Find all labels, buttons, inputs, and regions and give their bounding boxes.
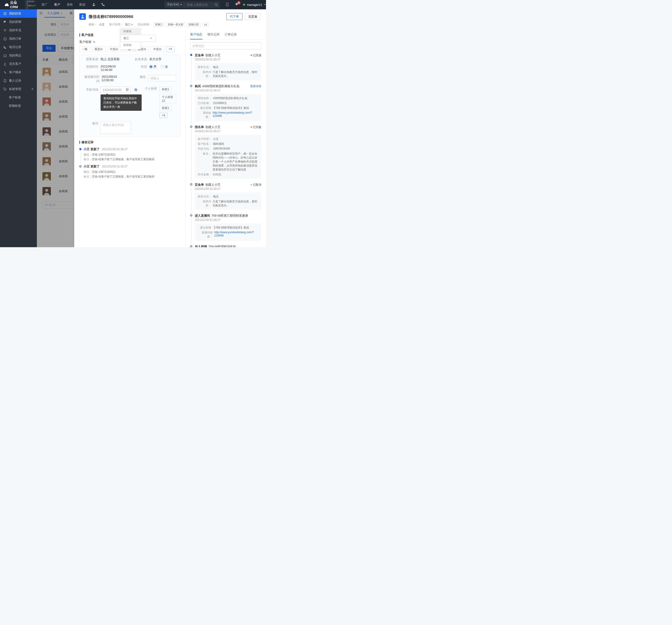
- top-search: 手机号码: [165, 1, 220, 8]
- order-button[interactable]: 代下单: [226, 13, 242, 20]
- side-products[interactable]: 我的商品: [0, 51, 37, 60]
- mobile-icon[interactable]: [225, 3, 229, 7]
- tags-more[interactable]: +4: [166, 46, 174, 52]
- side-tags[interactable]: 标签管理: [0, 85, 37, 93]
- view-detail-link[interactable]: 查看详情: [250, 84, 261, 89]
- side-group-tags[interactable]: 群聊标签: [0, 102, 37, 110]
- svg-rect-9: [4, 79, 6, 82]
- person-icon[interactable]: [92, 3, 96, 7]
- section-mod-log: 修改记录: [79, 140, 180, 144]
- manager-dropdown-menu: 师馨薇 张三✓ 俱保咏: [120, 27, 141, 49]
- copy-icon[interactable]: [134, 88, 138, 92]
- svg-point-4: [227, 5, 227, 6]
- mod-item: 小王 更新了2021/01/30 01:38:27微信：空值-136721828…: [79, 147, 180, 162]
- search-type-select[interactable]: 手机号码: [165, 1, 185, 8]
- svg-rect-31: [135, 89, 137, 91]
- svg-point-28: [82, 15, 83, 17]
- logo[interactable]: 云朵CRM 教育机构一站式服务云平台: [0, 0, 37, 9]
- rtab-orders[interactable]: 订单记录: [225, 32, 237, 40]
- customer-drawer: 微信名称6789990000966 代下单 交定金 昵称：小王 客户经理：张三 …: [74, 9, 266, 247]
- event-item: 购买4399理财课进阶课程大礼包查看详情2021/01/30 01:38:27课…: [190, 84, 261, 125]
- groups-more[interactable]: +4: [202, 23, 209, 27]
- svg-point-0: [93, 3, 94, 4]
- event-item: 定金单创建人小王已取消2020/01/30 01:38:27跟单方式：电话跟单内…: [190, 183, 261, 214]
- activity-filter[interactable]: 全部动态: [190, 43, 261, 49]
- page: 个人活码× 我 项目请选择 运营期次请选择 导出 不加密导出 头像微信名 自得其…: [37, 9, 266, 247]
- mgr-opt-2[interactable]: 俱保咏: [120, 42, 141, 49]
- search-input[interactable]: [185, 3, 213, 6]
- nav-qc[interactable]: 质检: [67, 3, 73, 7]
- tag[interactable]: 一般: [79, 46, 90, 52]
- nav-customer[interactable]: 客户: [54, 3, 60, 7]
- top-bar: 云朵CRM 教育机构一站式服务云平台 推广 客户 质检 数据 手机号码 5 ma…: [0, 0, 266, 9]
- svg-line-2: [217, 5, 218, 6]
- svg-rect-32: [135, 89, 136, 90]
- side-groups[interactable]: 我的群聊: [0, 18, 37, 26]
- wechat-input[interactable]: [148, 75, 176, 81]
- event-item: 进入直播间759-59班第三期理财直播课2021/01/30 01:38:27通…: [190, 214, 261, 245]
- phone-tooltip: 查询到此手机号码在系统中已存在，可以将两条客户数据合并为一条: [101, 95, 142, 111]
- tag[interactable]: 中意向: [151, 46, 164, 52]
- mgr-opt-1[interactable]: 张三✓: [120, 35, 155, 42]
- sidebar: 我的好友 我的群聊 我的学员 我的订单 电话记录 我的商品 流失客户 客户继承 …: [0, 9, 37, 247]
- deposit-button[interactable]: 交定金: [245, 13, 261, 20]
- bell-icon[interactable]: 5: [235, 3, 238, 7]
- user-menu[interactable]: manager11: [243, 3, 266, 6]
- radio-male[interactable]: 男: [149, 65, 157, 69]
- search-button[interactable]: [213, 3, 220, 6]
- tag[interactable]: 高意向: [92, 46, 105, 52]
- event-item: 加入群聊759-59班理财训练营2021/01/30 01:38:27入群方式：…: [190, 245, 261, 247]
- event-item: 报名单创建人小王已失败2020/01/30 01:38:27客户经理：小王客户姓…: [190, 125, 261, 183]
- nav-data[interactable]: 数据: [79, 3, 86, 7]
- side-inherit[interactable]: 客户继承: [0, 68, 37, 76]
- side-students[interactable]: 我的学员: [0, 26, 37, 34]
- customer-avatar: [79, 13, 86, 20]
- rtab-chat[interactable]: 聊天记录: [208, 32, 220, 40]
- side-cust-tags[interactable]: 客户标签: [0, 93, 37, 102]
- contacts-icon[interactable]: [126, 88, 129, 92]
- top-nav: 推广 客户 质检 数据: [42, 3, 86, 7]
- svg-point-1: [215, 3, 217, 5]
- radio-female[interactable]: 女: [161, 65, 168, 69]
- side-lost[interactable]: 流失客户: [0, 60, 37, 68]
- customer-title: 微信名称6789990000966: [89, 14, 133, 19]
- side-orders[interactable]: 我的订单: [0, 34, 37, 43]
- mod-item: 小王 更新了2021/01/30 01:38:27微信：空值-136721828…: [79, 165, 180, 179]
- rtab-activity[interactable]: 客户动态: [190, 32, 202, 40]
- event-item: 定金单创建人小王已完成2020/01/30 01:38:27跟单方式：电话跟单内…: [190, 53, 261, 84]
- svg-rect-6: [4, 55, 6, 57]
- svg-point-30: [127, 89, 127, 90]
- edit-tags-icon[interactable]: ✎: [93, 40, 95, 44]
- nav-promo[interactable]: 推广: [42, 3, 48, 7]
- mgr-opt-0[interactable]: 师馨薇: [120, 28, 141, 35]
- manager-dropdown[interactable]: 张三: [125, 23, 133, 27]
- phone-icon[interactable]: [101, 3, 105, 7]
- side-delete[interactable]: 删人记录: [0, 76, 37, 85]
- remark-textarea[interactable]: [101, 121, 131, 134]
- side-friends[interactable]: 我的好友: [0, 9, 37, 18]
- tag[interactable]: 中意向: [107, 46, 121, 52]
- side-calls[interactable]: 电话记录: [0, 43, 37, 51]
